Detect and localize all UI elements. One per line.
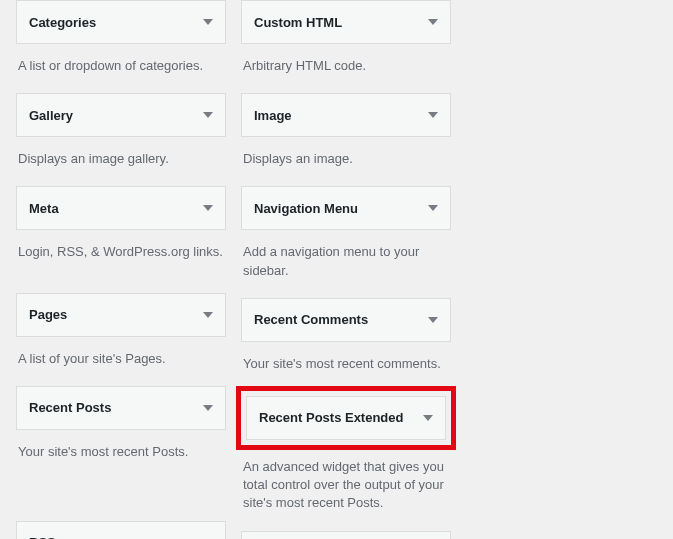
widget-gallery: Gallery Displays an image gallery. <box>16 93 226 186</box>
widget-title: Navigation Menu <box>254 201 358 216</box>
widget-description: Displays an image. <box>241 137 451 186</box>
chevron-down-icon <box>203 19 213 25</box>
widget-column-left: Categories A list or dropdown of categor… <box>16 0 226 539</box>
chevron-down-icon <box>428 112 438 118</box>
chevron-down-icon <box>428 205 438 211</box>
highlight-box: Recent Posts Extended <box>236 386 456 450</box>
widget-description: A list of your site's Pages. <box>16 337 226 386</box>
widget-title: Custom HTML <box>254 15 342 30</box>
chevron-down-icon <box>203 405 213 411</box>
widget-rss: RSS Entries from any RSS or Atom feed. <box>16 521 226 539</box>
widget-description: Arbitrary HTML code. <box>241 44 451 93</box>
chevron-down-icon <box>428 19 438 25</box>
widget-description: Login, RSS, & WordPress.org links. <box>16 230 226 279</box>
available-widgets: Categories A list or dropdown of categor… <box>0 0 673 539</box>
widget-header[interactable]: Image <box>241 93 451 137</box>
widget-header[interactable]: Gallery <box>16 93 226 137</box>
widget-title: Image <box>254 108 292 123</box>
widget-title: RSS <box>29 535 56 539</box>
widget-header[interactable]: Recent Posts Extended <box>246 396 446 440</box>
widget-recent-posts: Recent Posts Your site's most recent Pos… <box>16 386 226 479</box>
widget-title: Categories <box>29 15 96 30</box>
chevron-down-icon <box>203 312 213 318</box>
widget-description: An advanced widget that gives you total … <box>241 445 451 531</box>
widget-recent-posts-extended: Recent Posts Extended <box>246 396 446 440</box>
widget-header[interactable]: RSS <box>16 521 226 539</box>
widget-pages: Pages A list of your site's Pages. <box>16 293 226 386</box>
widget-description: Your site's most recent Posts. <box>16 430 226 479</box>
widget-title: Recent Posts <box>29 400 111 415</box>
chevron-down-icon <box>203 205 213 211</box>
chevron-down-icon <box>203 112 213 118</box>
widget-meta: Meta Login, RSS, & WordPress.org links. <box>16 186 226 279</box>
widget-title: Recent Posts Extended <box>259 410 404 425</box>
chevron-down-icon <box>423 415 433 421</box>
widget-header[interactable]: Navigation Menu <box>241 186 451 230</box>
widget-title: Meta <box>29 201 59 216</box>
widget-header[interactable]: Meta <box>16 186 226 230</box>
widget-image: Image Displays an image. <box>241 93 451 186</box>
widget-description: Add a navigation menu to your sidebar. <box>241 230 451 297</box>
widget-header[interactable]: Recent Posts <box>16 386 226 430</box>
widget-custom-html: Custom HTML Arbitrary HTML code. <box>241 0 451 93</box>
widget-search: Search A search form for your site. <box>241 531 451 540</box>
widget-header[interactable]: Custom HTML <box>241 0 451 44</box>
widget-header[interactable]: Categories <box>16 0 226 44</box>
widget-header[interactable]: Recent Comments <box>241 298 451 342</box>
widget-title: Pages <box>29 307 67 322</box>
widget-navigation-menu: Navigation Menu Add a navigation menu to… <box>241 186 451 297</box>
chevron-down-icon <box>428 317 438 323</box>
widget-categories: Categories A list or dropdown of categor… <box>16 0 226 93</box>
widget-column-right: Custom HTML Arbitrary HTML code. Image D… <box>241 0 451 539</box>
widget-description: Your site's most recent comments. <box>241 342 451 391</box>
widget-description: Displays an image gallery. <box>16 137 226 186</box>
widget-title: Gallery <box>29 108 73 123</box>
widget-header[interactable]: Search <box>241 531 451 540</box>
widget-header[interactable]: Pages <box>16 293 226 337</box>
widget-description: A list or dropdown of categories. <box>16 44 226 93</box>
widget-title: Recent Comments <box>254 312 368 327</box>
widget-recent-comments: Recent Comments Your site's most recent … <box>241 298 451 391</box>
